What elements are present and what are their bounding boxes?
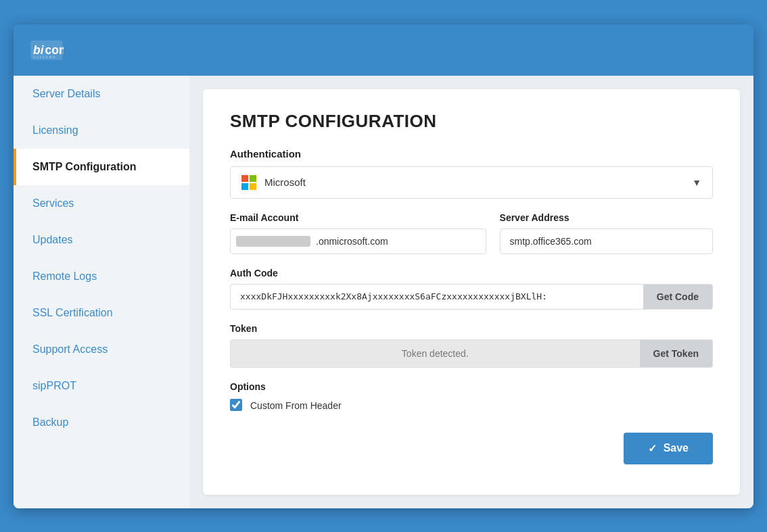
server-address-label: Server Address — [500, 212, 713, 223]
sidebar-item-server-details[interactable]: Server Details — [14, 76, 189, 112]
authentication-dropdown[interactable]: Microsoft ▼ — [230, 166, 713, 199]
get-code-button[interactable]: Get Code — [643, 284, 713, 310]
microsoft-icon — [241, 175, 256, 190]
header: bi com SYSTEMS — [14, 24, 753, 76]
sidebar-item-backup[interactable]: Backup — [14, 404, 189, 441]
chevron-down-icon: ▼ — [692, 177, 701, 188]
save-row: ✓ Save — [230, 433, 713, 464]
sidebar-item-licensing[interactable]: Licensing — [14, 112, 189, 149]
email-prefix-redacted — [236, 236, 310, 247]
email-account-label: E-mail Account — [230, 212, 486, 223]
sidebar-item-support-access[interactable]: Support Access — [14, 331, 189, 368]
svg-rect-4 — [241, 175, 248, 182]
sidebar: Server Details Licensing SMTP Configurat… — [14, 76, 189, 508]
sidebar-item-sipprot[interactable]: sipPROT — [14, 368, 189, 404]
svg-text:com: com — [45, 43, 64, 56]
content-area: SMTP CONFIGURATION Authentication Micros… — [203, 89, 740, 495]
bicom-logo: bi com SYSTEMS — [30, 37, 64, 64]
svg-rect-7 — [250, 183, 256, 190]
svg-text:SYSTEMS: SYSTEMS — [33, 55, 56, 58]
authentication-label: Authentication — [230, 148, 713, 160]
custom-from-header-label: Custom From Header — [250, 400, 342, 411]
custom-from-header-checkbox[interactable] — [230, 399, 242, 411]
save-button[interactable]: ✓ Save — [624, 433, 713, 464]
save-label: Save — [664, 442, 689, 454]
svg-rect-6 — [241, 183, 248, 190]
token-row: Token detected. Get Token — [230, 339, 713, 368]
custom-from-header-checkbox-wrapper — [230, 399, 243, 412]
app-container: bi com SYSTEMS Server Details Licensing … — [14, 24, 753, 508]
email-account-group: E-mail Account .onmicrosoft.com — [230, 212, 486, 254]
auth-selected-value: Microsoft — [264, 176, 306, 188]
svg-text:bi: bi — [33, 43, 45, 56]
svg-rect-5 — [250, 175, 256, 182]
email-input-wrapper: .onmicrosoft.com — [230, 228, 486, 254]
token-label: Token — [230, 323, 713, 334]
options-label: Options — [230, 381, 713, 392]
email-domain: .onmicrosoft.com — [316, 229, 398, 253]
auth-code-input[interactable] — [230, 284, 643, 310]
auth-code-row: Get Code — [230, 284, 713, 310]
checkbox-row: Custom From Header — [230, 399, 713, 412]
auth-dropdown-left: Microsoft — [241, 175, 306, 190]
sidebar-item-smtp-configuration[interactable]: SMTP Configuration — [14, 149, 189, 185]
options-section: Options Custom From Header — [230, 381, 713, 412]
get-token-button[interactable]: Get Token — [640, 339, 713, 368]
token-detected-text: Token detected. — [230, 339, 640, 368]
auth-code-label: Auth Code — [230, 268, 713, 279]
sidebar-item-ssl-certification[interactable]: SSL Certification — [14, 295, 189, 331]
sidebar-item-services[interactable]: Services — [14, 185, 189, 222]
server-address-group: Server Address — [500, 212, 713, 254]
auth-code-section: Auth Code Get Code — [230, 268, 713, 310]
token-section: Token Token detected. Get Token — [230, 323, 713, 368]
sidebar-item-remote-logs[interactable]: Remote Logs — [14, 258, 189, 295]
server-address-input[interactable] — [500, 228, 713, 254]
fields-row: E-mail Account .onmicrosoft.com Server A… — [230, 212, 713, 254]
sidebar-item-updates[interactable]: Updates — [14, 222, 189, 258]
page-title: SMTP CONFIGURATION — [230, 111, 713, 132]
main-layout: Server Details Licensing SMTP Configurat… — [14, 76, 753, 508]
save-checkmark-icon: ✓ — [648, 442, 657, 455]
